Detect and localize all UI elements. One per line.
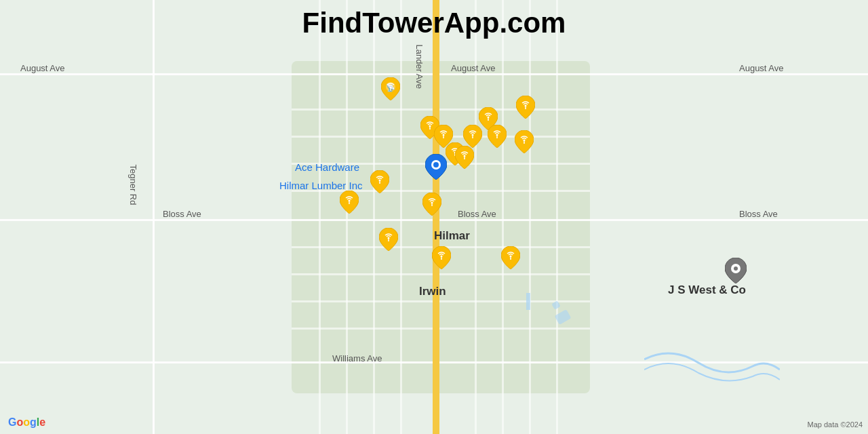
minor-road-h1 (292, 108, 590, 111)
svg-point-32 (510, 256, 512, 258)
street-label-august-ave-mid: August Ave (451, 63, 496, 73)
minor-road-v3 (373, 0, 375, 434)
google-logo: Google (8, 416, 45, 429)
water-line-left (526, 293, 530, 310)
minor-road-v6 (502, 0, 504, 434)
place-label-hilmar: Hilmar (434, 229, 470, 243)
tower-pin-7[interactable] (488, 125, 507, 148)
svg-point-30 (441, 256, 443, 258)
svg-point-28 (388, 237, 390, 239)
svg-point-12 (472, 134, 474, 136)
tower-pin-11[interactable] (370, 170, 389, 193)
tower-pin-10[interactable] (455, 146, 474, 169)
map-container: FindTowerApp.com August Ave August Ave A… (0, 0, 868, 434)
tower-pin-1[interactable]: 📡 (381, 77, 400, 100)
svg-point-14 (496, 134, 498, 136)
tower-pin-15[interactable] (432, 246, 451, 269)
svg-point-4 (488, 117, 490, 119)
blue-location-pin[interactable] (425, 154, 447, 180)
place-label-ace-hardware: Ace Hardware (295, 161, 359, 173)
tower-pin-3[interactable] (516, 96, 535, 119)
tower-pin-12[interactable] (340, 191, 359, 214)
minor-road-h8 (292, 328, 590, 330)
place-label-irwin: Irwin (419, 285, 446, 298)
lander-ave-road (433, 0, 439, 434)
place-label-hilmar-lumber: Hilmar Lumber Inc (279, 180, 363, 191)
tower-pin-14[interactable] (379, 228, 398, 251)
street-label-tegner-rd: Tegner Rd (128, 165, 138, 205)
minor-road-v1 (319, 0, 321, 434)
tower-pin-8[interactable] (515, 130, 534, 153)
svg-point-6 (525, 105, 527, 107)
tower-pin-13[interactable] (422, 193, 441, 216)
svg-point-24 (349, 200, 351, 202)
map-data-label: Map data ©2024 (808, 420, 863, 429)
town-area (292, 61, 590, 393)
minor-road-v7 (529, 0, 531, 434)
svg-point-8 (429, 125, 431, 127)
tower-pin-16[interactable] (501, 246, 520, 269)
street-label-august-ave-left: August Ave (20, 63, 65, 73)
street-label-bloss-ave-right: Bloss Ave (739, 209, 778, 219)
tegner-rd-road (153, 0, 155, 434)
minor-road-v8 (556, 0, 558, 434)
page-title: FindTowerApp.com (302, 7, 566, 39)
place-label-jswest: J S West & Co (668, 283, 746, 297)
gray-location-pin[interactable] (725, 258, 747, 283)
svg-point-35 (433, 162, 439, 167)
svg-point-2 (390, 87, 392, 89)
street-label-bloss-ave-mid: Bloss Ave (458, 209, 496, 219)
tower-pin-6[interactable] (463, 125, 482, 148)
svg-point-26 (431, 202, 433, 204)
street-label-august-ave-right: August Ave (739, 63, 784, 73)
svg-point-37 (734, 267, 738, 271)
minor-road-v2 (346, 0, 348, 434)
minor-road-v4 (400, 0, 402, 434)
minor-road-h6 (292, 273, 590, 275)
svg-point-22 (379, 180, 381, 182)
street-label-williams-ave: Williams Ave (332, 353, 382, 363)
river-area (644, 332, 780, 387)
svg-point-20 (464, 155, 466, 157)
svg-point-16 (524, 140, 526, 142)
minor-road-h7 (292, 300, 590, 302)
street-label-lander-ave: Lander Ave (414, 45, 425, 90)
svg-point-10 (443, 134, 445, 136)
street-label-bloss-ave-left: Bloss Ave (163, 209, 201, 219)
